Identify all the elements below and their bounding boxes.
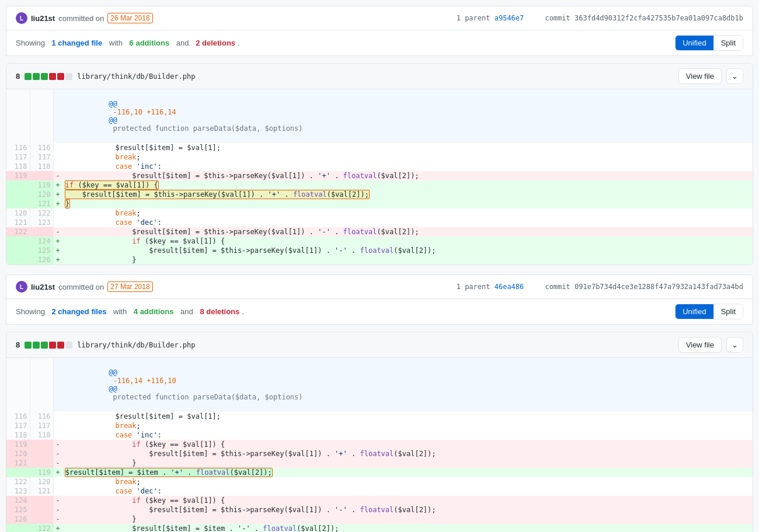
table-row: 125 - $result[$item] = $this->parseKey($… (6, 505, 753, 514)
diff1-filename[interactable]: library/think/db/Builder.php (77, 72, 195, 81)
hunk-ln2 (30, 358, 53, 412)
diff2-deletions: 8 deletions (200, 307, 239, 316)
diff1-with: with (109, 39, 123, 47)
diff1-stat-blocks (25, 73, 72, 80)
commit1-hash: 1 parent a9546e7 commit 363fd4d90312f2cf… (457, 14, 743, 22)
table-row: 116 116 $result[$item] = $val[1]; (6, 412, 753, 421)
table-row: 124 + if ($key == $val[1]) { (6, 237, 753, 246)
stat-gray-1 (65, 342, 72, 349)
diff2-and: and (180, 307, 193, 316)
diff2-showing: Showing (16, 307, 45, 316)
stat-red-2 (57, 342, 64, 349)
commit2-hash: 1 parent 46ea486 commit 091e7b734d4ce3e1… (457, 283, 743, 291)
hunk-text: @@ -116,10 +116,14 @@ protected function… (53, 89, 753, 143)
diff2-split-btn[interactable]: Split (714, 304, 743, 319)
table-row: 120 + $result[$item] = $this->parseKey($… (6, 190, 753, 199)
table-row: 122 + $result[$item] = $item . '-' . flo… (6, 524, 753, 532)
stat-gray-1 (65, 73, 72, 80)
diff2-file-header: 8 library/think/db/Builder.php View file… (6, 332, 753, 358)
hunk-text: @@ -116,14 +116,10 @@ protected function… (53, 358, 753, 412)
stat-green-2 (33, 73, 40, 80)
diff2-hunk-header: @@ -116,14 +116,10 @@ protected function… (6, 358, 753, 412)
diff1-controls: Showing 1 changed file with 6 additions … (6, 30, 753, 56)
table-row: 125 + $result[$item] = $this->parseKey($… (6, 246, 753, 255)
commit1-avatar: L (16, 12, 27, 24)
table-row: 118 118 case 'inc': (6, 430, 753, 440)
diff2-filename[interactable]: library/think/db/Builder.php (77, 341, 195, 349)
commit2-date: 27 Mar 2018 (107, 281, 152, 292)
table-row: 117 117 break; (6, 421, 753, 430)
diff1-and: and (176, 39, 189, 47)
diff2-with: with (113, 307, 127, 316)
table-row: 122 - $result[$item] = $this->parseKey($… (6, 227, 753, 237)
diff2-controls: Showing 2 changed files with 4 additions… (6, 299, 753, 325)
table-row: 117 117 break; (6, 152, 753, 162)
table-row: 119 - if ($key == $val[1]) { (6, 440, 753, 449)
table-row: 119 + if ($key == $val[1]) { (6, 180, 753, 190)
diff2-view-file-btn[interactable]: View file (678, 337, 722, 353)
diff2-stat-blocks (25, 342, 72, 349)
commit1-header: L liu21st committed on 26 Mar 2018 1 par… (6, 6, 753, 30)
stat-red-1 (49, 342, 56, 349)
diff1-table: @@ -116,10 +116,14 @@ protected function… (6, 89, 753, 265)
table-row: 116 116 $result[$item] = $val[1]; (6, 143, 753, 152)
diff2-view-toggle: Unified Split (675, 304, 743, 319)
table-row: 121 + } (6, 199, 753, 208)
diff2-additions: 4 additions (134, 307, 174, 316)
stat-green-1 (25, 342, 32, 349)
stat-green-3 (41, 342, 48, 349)
diff1-hunk-header: @@ -116,10 +116,14 @@ protected function… (6, 89, 753, 143)
table-row: 123 121 case 'dec': (6, 486, 753, 496)
diff1-view-file-btn[interactable]: View file (678, 68, 722, 84)
diff2-table: @@ -116,14 +116,10 @@ protected function… (6, 358, 753, 532)
hunk-ln1 (6, 358, 30, 412)
diff1-stat-num: 8 (16, 72, 20, 81)
stat-red-1 (49, 73, 56, 80)
commit2-action: committed on (58, 283, 104, 291)
diff2-block: 8 library/think/db/Builder.php View file… (6, 332, 753, 532)
hunk-ln1 (6, 89, 30, 143)
table-row: 124 - if ($key == $val[1]) { (6, 496, 753, 505)
diff1-deletions: 2 deletions (196, 39, 235, 47)
diff1-expand-btn[interactable]: ⌄ (726, 68, 743, 84)
commit1-date: 26 Mar 2018 (107, 13, 152, 23)
diff2-unified-btn[interactable]: Unified (676, 304, 713, 319)
table-row: 119 - $result[$item] = $this->parseKey($… (6, 171, 753, 180)
diff1-view-toggle: Unified Split (675, 35, 743, 51)
commit1-author[interactable]: liu21st (31, 14, 55, 23)
table-row: 126 + } (6, 255, 753, 265)
diff2-changed-files[interactable]: 2 changed files (52, 307, 107, 316)
diff1-unified-btn[interactable]: Unified (676, 36, 713, 50)
stat-green-3 (41, 73, 48, 80)
stat-green-1 (25, 73, 32, 80)
diff2-expand-btn[interactable]: ⌄ (726, 337, 743, 353)
diff1-split-btn[interactable]: Split (714, 36, 743, 50)
table-row: 121 - } (6, 458, 753, 468)
table-row: 121 123 case 'dec': (6, 218, 753, 227)
stat-green-2 (33, 342, 40, 349)
commit2-avatar: L (16, 281, 27, 293)
commit2-header: L liu21st committed on 27 Mar 2018 1 par… (6, 274, 753, 299)
commit2-author[interactable]: liu21st (31, 283, 55, 291)
table-row: 119 + $result[$item] = $item . '+' . flo… (6, 468, 753, 477)
stat-red-2 (57, 73, 64, 80)
table-row: 120 - $result[$item] = $this->parseKey($… (6, 449, 753, 458)
table-row: 122 120 break; (6, 477, 753, 486)
diff2-stat-num: 8 (16, 340, 20, 349)
table-row: 126 - } (6, 514, 753, 524)
diff1-file-header: 8 library/think/db/Builder.php View file… (6, 64, 753, 89)
diff1-additions: 6 additions (130, 39, 170, 47)
hunk-ln2 (30, 89, 53, 143)
table-row: 118 118 case 'inc': (6, 162, 753, 171)
table-row: 120 122 break; (6, 208, 753, 218)
diff1-changed-file[interactable]: 1 changed file (52, 39, 103, 47)
commit1-action: committed on (58, 14, 104, 23)
diff1-block: 8 library/think/db/Builder.php View file… (6, 63, 753, 265)
diff1-showing: Showing (16, 39, 45, 47)
